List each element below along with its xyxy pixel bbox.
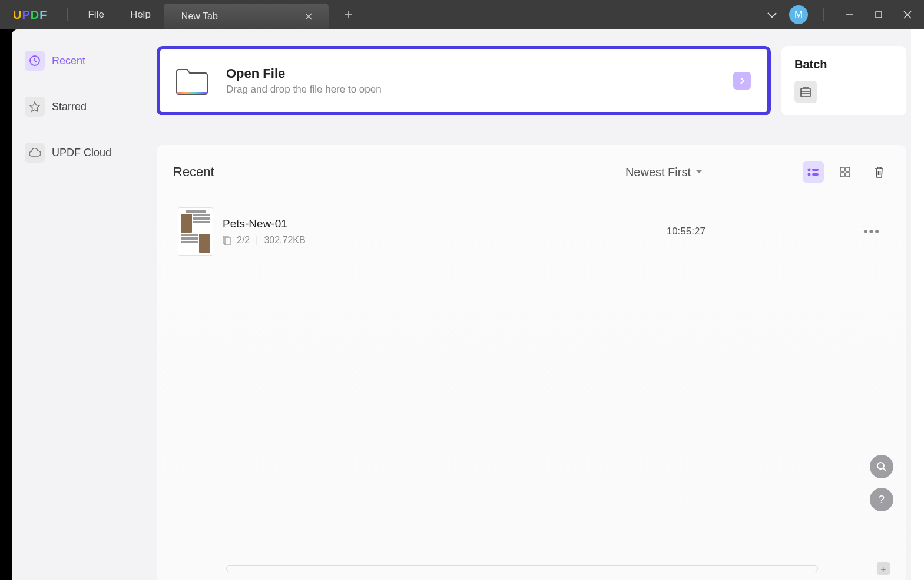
page-icon	[223, 236, 231, 245]
folder-icon	[174, 65, 210, 97]
status-bar	[226, 565, 818, 572]
help-float-button[interactable]: ?	[870, 488, 893, 511]
tab-label: New Tab	[181, 11, 218, 22]
sidebar-item-recent[interactable]: Recent	[20, 46, 121, 75]
svg-rect-7	[812, 173, 819, 176]
recent-panel: Recent Newest First	[157, 145, 906, 582]
grid-view-button[interactable]	[834, 161, 856, 183]
svg-rect-11	[846, 173, 850, 177]
svg-rect-8	[840, 167, 844, 171]
sort-label: Newest First	[625, 166, 691, 179]
clock-icon	[25, 51, 45, 71]
sidebar-item-cloud[interactable]: UPDF Cloud	[20, 138, 121, 167]
search-float-button[interactable]	[870, 455, 893, 478]
titlebar-right: M	[763, 5, 924, 24]
svg-rect-3	[801, 88, 810, 97]
trash-button[interactable]	[869, 161, 890, 183]
svg-point-6	[808, 173, 811, 176]
svg-rect-2	[177, 92, 207, 94]
sidebar-item-label: Starred	[52, 101, 87, 113]
plus-button[interactable]: +	[877, 562, 890, 575]
chevron-right-icon[interactable]	[733, 72, 751, 90]
svg-point-14	[877, 463, 884, 469]
list-view-button[interactable]	[803, 161, 824, 183]
open-file-title: Open File	[226, 66, 382, 81]
triangle-down-icon	[696, 170, 703, 174]
close-button[interactable]	[897, 6, 918, 23]
sort-dropdown[interactable]: Newest First	[625, 166, 703, 179]
sidebar-item-starred[interactable]: Starred	[20, 92, 121, 121]
svg-rect-0	[876, 12, 882, 18]
new-tab-button[interactable]	[337, 3, 360, 27]
maximize-button[interactable]	[869, 7, 889, 22]
file-thumbnail	[178, 207, 213, 256]
batch-title: Batch	[794, 58, 893, 71]
menu-file[interactable]: File	[75, 9, 117, 21]
chevron-down-icon[interactable]	[763, 8, 781, 22]
file-row[interactable]: Pets-New-01 2/2 | 302.72KB 10:55:27 •••	[173, 199, 890, 264]
svg-rect-10	[840, 173, 844, 177]
file-time: 10:55:27	[667, 226, 706, 237]
batch-icon	[794, 81, 817, 103]
svg-point-4	[808, 169, 811, 171]
file-pages: 2/2	[237, 235, 250, 246]
cloud-icon	[25, 143, 45, 163]
updf-logo: UPDF	[0, 8, 60, 22]
svg-rect-5	[812, 169, 819, 171]
close-icon[interactable]	[300, 8, 317, 25]
menu-help[interactable]: Help	[117, 9, 164, 21]
sidebar-item-label: UPDF Cloud	[52, 147, 111, 159]
star-icon	[25, 97, 45, 117]
tab-new[interactable]: New Tab	[164, 4, 329, 29]
file-name: Pets-New-01	[223, 217, 306, 230]
svg-rect-13	[225, 237, 230, 245]
divider	[823, 8, 824, 21]
recent-title: Recent	[173, 164, 214, 180]
sidebar-item-label: Recent	[52, 55, 85, 67]
svg-rect-9	[846, 167, 850, 171]
divider	[67, 8, 68, 21]
open-file-card[interactable]: Open File Drag and drop the file here to…	[157, 46, 771, 115]
minimize-button[interactable]	[839, 6, 860, 23]
titlebar: UPDF File Help New Tab M	[0, 0, 924, 29]
avatar[interactable]: M	[789, 5, 808, 24]
batch-card[interactable]: Batch	[781, 46, 906, 115]
open-file-subtitle: Drag and drop the file here to open	[226, 84, 382, 95]
file-size: 302.72KB	[264, 235, 305, 246]
more-icon[interactable]: •••	[859, 222, 885, 242]
sidebar: Recent Starred UPDF Cloud	[12, 29, 130, 588]
